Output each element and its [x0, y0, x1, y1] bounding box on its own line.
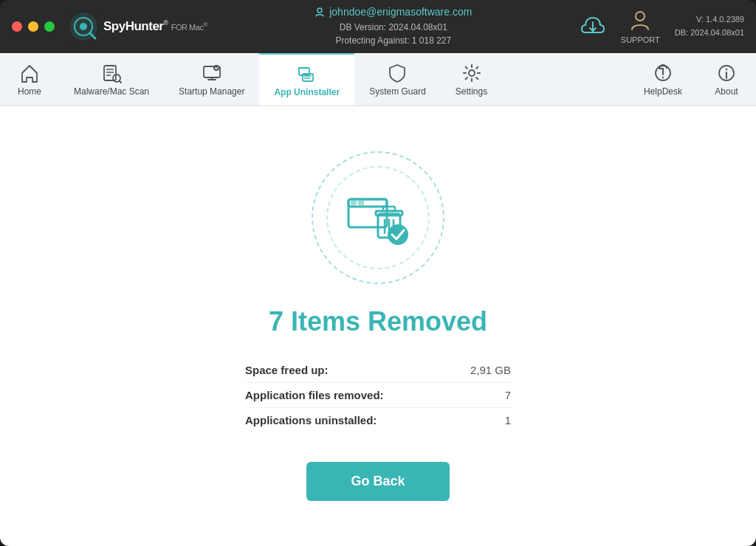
svg-line-12 — [120, 80, 122, 83]
shield-icon — [387, 63, 408, 83]
nav-item-settings[interactable]: Settings — [441, 53, 502, 106]
window-controls — [12, 21, 55, 32]
user-icon — [315, 7, 325, 17]
uninstall-result-icon — [345, 184, 411, 251]
version-info: V: 1.4.0.2389 DB: 2024.04.08x01 — [675, 13, 744, 39]
support-button[interactable]: SUPPORT — [621, 9, 660, 44]
result-icon-inner — [326, 166, 430, 269]
stat-row-files: Application files removed: 7 — [245, 383, 511, 408]
nav-item-startup-manager[interactable]: Startup Manager — [164, 53, 259, 106]
user-email: johndoe@enigmasoftware.com — [315, 6, 472, 18]
stats-table: Space freed up: 2,91 GB Application file… — [245, 358, 511, 432]
svg-point-26 — [662, 76, 664, 77]
svg-point-2 — [80, 23, 87, 30]
about-icon — [716, 63, 737, 83]
svg-rect-33 — [358, 201, 364, 205]
svg-point-40 — [388, 224, 408, 245]
result-icon-container — [312, 151, 444, 284]
nav-item-about[interactable]: About — [697, 53, 756, 106]
svg-point-28 — [726, 68, 728, 70]
header-right: SUPPORT V: 1.4.0.2389 DB: 2024.04.08x01 — [580, 9, 744, 44]
scan-icon — [101, 63, 122, 83]
spyhunter-logo-icon — [69, 13, 97, 41]
svg-point-22 — [469, 70, 475, 76]
nav-bar: Home Malware/Mac Scan Startup Manager — [0, 53, 756, 106]
maximize-button[interactable] — [44, 21, 55, 32]
nav-item-system-guard[interactable]: System Guard — [354, 53, 441, 106]
svg-point-4 — [317, 8, 322, 13]
support-person-icon — [628, 9, 652, 32]
startup-icon — [202, 63, 222, 83]
go-back-button[interactable]: Go Back — [306, 462, 449, 501]
home-icon — [19, 63, 40, 83]
nav-item-home[interactable]: Home — [0, 53, 59, 106]
header-center: johndoe@enigmasoftware.com DB Version: 2… — [207, 6, 580, 47]
nav-spacer — [502, 53, 629, 106]
logo-area: SpyHunter® FOR Mac® — [69, 13, 207, 41]
result-title: 7 Items Removed — [269, 306, 487, 337]
svg-point-6 — [636, 12, 645, 21]
stat-row-space: Space freed up: 2,91 GB — [245, 358, 511, 383]
nav-item-helpdesk[interactable]: HelpDesk — [629, 53, 697, 106]
minimize-button[interactable] — [28, 21, 38, 32]
svg-rect-32 — [351, 201, 357, 205]
settings-icon — [461, 63, 482, 83]
uninstaller-nav-icon — [297, 63, 317, 84]
svg-rect-18 — [298, 67, 300, 69]
svg-rect-7 — [104, 66, 116, 80]
db-info: DB Version: 2024.04.08x01 Protecting Aga… — [335, 21, 451, 47]
nav-item-malware-scan[interactable]: Malware/Mac Scan — [59, 53, 164, 106]
logo-text-area: SpyHunter® FOR Mac® — [103, 19, 207, 34]
main-content: 7 Items Removed Space freed up: 2,91 GB … — [0, 106, 756, 546]
svg-rect-36 — [383, 207, 395, 211]
download-icon[interactable] — [580, 13, 606, 40]
title-bar: SpyHunter® FOR Mac® johndoe@enigmasoftwa… — [0, 0, 756, 53]
svg-point-16 — [213, 65, 219, 71]
helpdesk-icon — [653, 63, 673, 83]
nav-item-app-uninstaller[interactable]: App Uninstaller — [259, 53, 354, 106]
stat-row-apps: Applications uninstalled: 1 — [245, 408, 511, 432]
close-button[interactable] — [12, 21, 22, 32]
